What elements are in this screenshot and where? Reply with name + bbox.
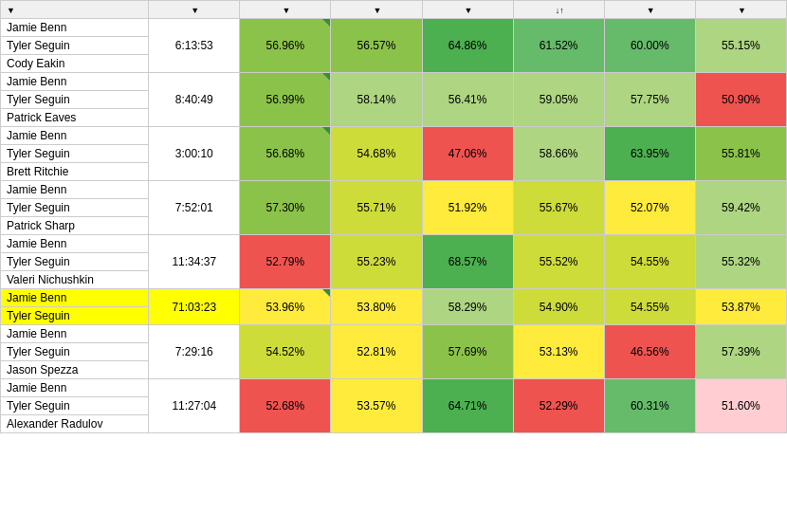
toi-value: 7:29:16 <box>149 325 240 379</box>
cf-value: 56.99% <box>240 73 331 127</box>
scf-sort-icon[interactable]: ↓↑ <box>556 6 564 15</box>
player-name: Cody Eakin <box>1 55 149 73</box>
scf-value: 59.05% <box>513 73 604 127</box>
player-name: Jason Spezza <box>1 361 149 379</box>
hdcf-value: 60.31% <box>604 379 695 433</box>
gf-sort-icon[interactable]: ▼ <box>465 6 473 15</box>
hdcf-value: 63.95% <box>604 127 695 181</box>
player-name: Jamie Benn <box>1 235 149 253</box>
table-row: Jamie Benn3:00:1056.68%54.68%47.06%58.66… <box>1 127 787 145</box>
table-body: Jamie Benn6:13:5356.96%56.57%64.86%61.52… <box>1 19 787 433</box>
sf-value: 55.71% <box>331 181 422 235</box>
cf-value: 52.68% <box>240 379 331 433</box>
scf-value: 55.52% <box>513 235 604 289</box>
player-name: Jamie Benn <box>1 325 149 343</box>
gf-value: 51.92% <box>422 181 513 235</box>
toi-value: 71:03:23 <box>149 289 240 325</box>
hdcf-value: 46.56% <box>604 325 695 379</box>
sf-value: 55.23% <box>331 235 422 289</box>
player-name: Jamie Benn <box>1 181 149 199</box>
player-name: Tyler Seguin <box>1 397 149 415</box>
gf-value: 56.41% <box>422 73 513 127</box>
sf-value: 56.57% <box>331 19 422 73</box>
sf-value: 52.81% <box>331 325 422 379</box>
ozone-value: 55.15% <box>695 19 786 73</box>
player-name: Tyler Seguin <box>1 91 149 109</box>
cf-value: 52.79% <box>240 235 331 289</box>
player-name: Jamie Benn <box>1 289 149 307</box>
ozone-value: 53.87% <box>695 289 786 325</box>
player-name: Jamie Benn <box>1 19 149 37</box>
gf-value: 64.71% <box>422 379 513 433</box>
toi-value: 3:00:10 <box>149 127 240 181</box>
ozone-sort-icon[interactable]: ▼ <box>738 6 746 15</box>
player-name: Patrick Eaves <box>1 109 149 127</box>
player-name: Tyler Seguin <box>1 199 149 217</box>
scf-value: 53.13% <box>513 325 604 379</box>
scf-value: 55.67% <box>513 181 604 235</box>
table-row: Jamie Benn11:27:0452.68%53.57%64.71%52.2… <box>1 379 787 397</box>
toi-value: 6:13:53 <box>149 19 240 73</box>
header-line[interactable]: ▼ <box>1 1 149 19</box>
header-sf[interactable]: ▼ <box>331 1 422 19</box>
sf-sort-icon[interactable]: ▼ <box>374 6 382 15</box>
toi-value: 11:34:37 <box>149 235 240 289</box>
line-sort-icon[interactable]: ▼ <box>7 6 15 15</box>
table-row: Jamie Benn6:13:5356.96%56.57%64.86%61.52… <box>1 19 787 37</box>
hdcf-value: 57.75% <box>604 73 695 127</box>
sf-value: 53.57% <box>331 379 422 433</box>
player-name: Tyler Seguin <box>1 307 149 325</box>
cf-value: 56.96% <box>240 19 331 73</box>
gf-value: 58.29% <box>422 289 513 325</box>
sf-value: 58.14% <box>331 73 422 127</box>
player-name: Tyler Seguin <box>1 145 149 163</box>
toi-value: 8:40:49 <box>149 73 240 127</box>
player-name: Jamie Benn <box>1 127 149 145</box>
table-header: ▼ ▼ ▼ ▼ ▼ ↓↑ ▼ <box>1 1 787 19</box>
scf-value: 58.66% <box>513 127 604 181</box>
ozone-value: 51.60% <box>695 379 786 433</box>
player-name: Tyler Seguin <box>1 37 149 55</box>
header-cf[interactable]: ▼ <box>240 1 331 19</box>
cf-value: 54.52% <box>240 325 331 379</box>
table-row: Jamie Benn11:34:3752.79%55.23%68.57%55.5… <box>1 235 787 253</box>
table-row: Jamie Benn7:29:1654.52%52.81%57.69%53.13… <box>1 325 787 343</box>
player-name: Valeri Nichushkin <box>1 271 149 289</box>
player-name: Jamie Benn <box>1 379 149 397</box>
header-gf[interactable]: ▼ <box>422 1 513 19</box>
cf-value: 56.68% <box>240 127 331 181</box>
hdcf-value: 52.07% <box>604 181 695 235</box>
ozone-value: 55.32% <box>695 235 786 289</box>
player-name: Tyler Seguin <box>1 253 149 271</box>
hdcf-sort-icon[interactable]: ▼ <box>647 6 655 15</box>
player-name: Alexander Radulov <box>1 415 149 433</box>
ozone-value: 57.39% <box>695 325 786 379</box>
header-toi[interactable]: ▼ <box>149 1 240 19</box>
hdcf-value: 54.55% <box>604 289 695 325</box>
table-row: Jamie Benn8:40:4956.99%58.14%56.41%59.05… <box>1 73 787 91</box>
cf-sort-icon[interactable]: ▼ <box>282 6 290 15</box>
header-scf[interactable]: ↓↑ <box>513 1 604 19</box>
table-row: Jamie Benn7:52:0157.30%55.71%51.92%55.67… <box>1 181 787 199</box>
cf-value: 53.96% <box>240 289 331 325</box>
hdcf-value: 54.55% <box>604 235 695 289</box>
gf-value: 47.06% <box>422 127 513 181</box>
player-name: Patrick Sharp <box>1 217 149 235</box>
header-hdcf[interactable]: ▼ <box>604 1 695 19</box>
ozone-value: 50.90% <box>695 73 786 127</box>
ozone-value: 55.81% <box>695 127 786 181</box>
scf-value: 61.52% <box>513 19 604 73</box>
player-name: Jamie Benn <box>1 73 149 91</box>
sf-value: 54.68% <box>331 127 422 181</box>
header-ozone[interactable]: ▼ <box>695 1 786 19</box>
table-row: Jamie Benn71:03:2353.96%53.80%58.29%54.9… <box>1 289 787 307</box>
hdcf-value: 60.00% <box>604 19 695 73</box>
toi-value: 7:52:01 <box>149 181 240 235</box>
toi-sort-icon[interactable]: ▼ <box>191 6 199 15</box>
gf-value: 68.57% <box>422 235 513 289</box>
gf-value: 64.86% <box>422 19 513 73</box>
toi-value: 11:27:04 <box>149 379 240 433</box>
player-name: Tyler Seguin <box>1 343 149 361</box>
ozone-value: 59.42% <box>695 181 786 235</box>
player-name: Brett Ritchie <box>1 163 149 181</box>
